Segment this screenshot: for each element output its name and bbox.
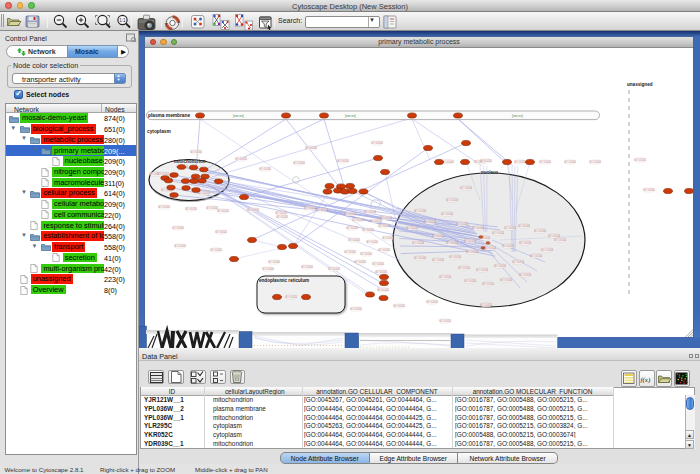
svg-text:GO:00444: GO:00444 [480,303,493,307]
svg-text:GO:00444: GO:00444 [350,307,363,311]
svg-text:endoplasmic reticulum: endoplasmic reticulum [259,278,309,283]
svg-text:GO:00444: GO:00444 [174,244,187,248]
svg-text:GO:00444: GO:00444 [362,228,375,232]
svg-text:GO:00444: GO:00444 [449,255,462,259]
svg-text:GO:00444: GO:00444 [502,244,515,248]
svg-text:GO:00444: GO:00444 [393,304,406,308]
svg-text:GO:00444: GO:00444 [466,250,479,254]
svg-text:GO:00444: GO:00444 [337,159,350,163]
svg-text:plasma membrane: plasma membrane [148,113,190,118]
svg-text:GO:00444: GO:00444 [460,186,473,190]
svg-text:GO:00444: GO:00444 [346,226,359,230]
svg-text:GO:00444: GO:00444 [259,167,272,171]
svg-text:[xxx:xx]: [xxx:xx] [512,114,523,118]
svg-text:GO:00444: GO:00444 [534,229,547,233]
svg-text:GO:00444: GO:00444 [643,188,656,192]
svg-text:GO:00444: GO:00444 [276,215,289,219]
svg-text:GO:00444: GO:00444 [500,278,513,282]
svg-text:GO:00444: GO:00444 [372,262,385,266]
svg-text:GO:00444: GO:00444 [185,207,198,211]
svg-text:GO:00444: GO:00444 [364,210,377,214]
svg-text:GO:00444: GO:00444 [304,206,317,210]
svg-text:GO:00444: GO:00444 [492,231,505,235]
svg-text:GO:00444: GO:00444 [482,282,495,286]
svg-text:GO:00444: GO:00444 [247,208,260,212]
svg-text:GO:00444: GO:00444 [554,238,567,242]
svg-text:GO:00444: GO:00444 [382,236,395,240]
svg-text:GO:00444: GO:00444 [432,258,445,262]
svg-text:GO:00444: GO:00444 [504,226,517,230]
svg-text:GO:00444: GO:00444 [439,275,452,279]
svg-text:GO:00444: GO:00444 [262,267,275,271]
svg-text:GO:00444: GO:00444 [412,241,425,245]
svg-text:GO:00444: GO:00444 [406,226,419,230]
svg-text:GO:00444: GO:00444 [293,161,306,165]
svg-text:GO:00444: GO:00444 [328,267,341,271]
svg-text:GO:00444: GO:00444 [210,248,223,252]
svg-text:GO:00444: GO:00444 [458,266,471,270]
svg-text:GO:00444: GO:00444 [172,226,185,230]
svg-text:GO:00444: GO:00444 [371,141,384,145]
svg-text:GO:00444: GO:00444 [589,160,602,164]
svg-text:GO:00444: GO:00444 [456,222,469,226]
svg-text:GO:00444: GO:00444 [539,160,552,164]
svg-text:GO:00444: GO:00444 [377,288,390,292]
svg-text:GO:00444: GO:00444 [352,218,365,222]
svg-text:GO:00444: GO:00444 [480,159,493,163]
svg-text:GO:00444: GO:00444 [464,279,477,283]
svg-text:[xxx:xx]: [xxx:xx] [233,114,244,118]
svg-text:[xxx:xx]: [xxx:xx] [345,114,356,118]
svg-text:1:1: 1:1 [119,18,126,23]
svg-text:GO:00444: GO:00444 [494,264,507,268]
svg-text:GO:00444: GO:00444 [548,234,561,238]
svg-text:GO:00444: GO:00444 [190,150,203,154]
svg-text:GO:00444: GO:00444 [530,254,543,258]
svg-text:GO:00444: GO:00444 [285,295,298,299]
svg-text:GO:00444: GO:00444 [378,224,391,228]
svg-text:GO:00444: GO:00444 [514,160,527,164]
svg-text:GO:00444: GO:00444 [472,226,485,230]
svg-text:GO:00444: GO:00444 [442,160,455,164]
svg-text:GO:00444: GO:00444 [348,238,361,242]
svg-text:GO:00444: GO:00444 [519,241,532,245]
svg-text:GO:00444: GO:00444 [439,319,452,323]
svg-text:GO:00444: GO:00444 [519,273,532,277]
svg-text:GO:00444: GO:00444 [634,158,647,162]
svg-text:GO:00444: GO:00444 [446,198,459,202]
svg-text:GO:00444: GO:00444 [541,248,554,252]
svg-text:GO:00444: GO:00444 [360,252,373,256]
svg-text:GO:00444: GO:00444 [305,146,318,150]
svg-text:GO:00444: GO:00444 [476,268,489,272]
svg-text:GO:00444: GO:00444 [518,224,531,228]
svg-text:GO:00444: GO:00444 [441,212,454,216]
svg-text:GO:00444: GO:00444 [316,208,329,212]
svg-text:GO:00444: GO:00444 [432,234,445,238]
svg-text:mitochondrion: mitochondrion [174,159,206,164]
svg-text:GO:00444: GO:00444 [378,248,391,252]
svg-text:GO:00444: GO:00444 [235,157,248,161]
svg-text:GO:00444: GO:00444 [564,160,577,164]
svg-text:GO:00444: GO:00444 [215,230,228,234]
svg-text:GO:00444: GO:00444 [484,246,497,250]
svg-text:GO:00444: GO:00444 [426,300,439,304]
svg-text:GO:00444: GO:00444 [344,250,357,254]
svg-text:unassigned: unassigned [627,82,653,87]
svg-text:GO:00444: GO:00444 [301,265,314,269]
svg-text:GO:00444: GO:00444 [366,240,379,244]
svg-text:GO:00444: GO:00444 [370,219,383,223]
svg-text:GO:00444: GO:00444 [512,260,525,264]
svg-text:GO:00444: GO:00444 [446,241,459,245]
svg-text:GO:00444: GO:00444 [354,260,367,264]
svg-text:GO:00444: GO:00444 [275,211,288,215]
svg-text:GO:00444: GO:00444 [414,209,427,213]
svg-text:GO:00444: GO:00444 [414,256,427,260]
svg-text:cytoplasm: cytoplasm [147,129,171,134]
svg-text:GO:00444: GO:00444 [217,209,230,213]
svg-text:f(x): f(x) [641,376,651,384]
svg-text:GO:00444: GO:00444 [268,260,281,264]
svg-text:GO:00444: GO:00444 [158,205,171,209]
svg-text:GO:00444: GO:00444 [464,239,477,243]
svg-text:GO:00444: GO:00444 [375,270,388,274]
svg-text:GO:00444: GO:00444 [424,220,437,224]
svg-text:GO:00444: GO:00444 [344,212,357,216]
